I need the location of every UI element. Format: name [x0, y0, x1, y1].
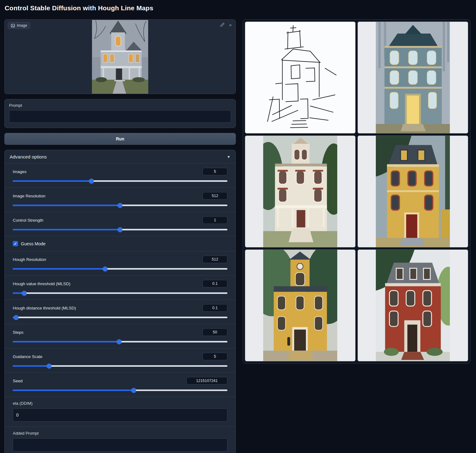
results-gallery	[243, 19, 470, 364]
slider-row-steps: Steps	[5, 324, 236, 348]
slider-label-steps: Steps	[13, 330, 24, 335]
slider-value-hough-value-threshold[interactable]	[203, 280, 227, 287]
slider-thumb[interactable]	[89, 179, 94, 183]
check-icon: ✓	[14, 242, 17, 246]
gallery-image-gold-victorian	[263, 250, 338, 361]
slider-track-images[interactable]	[13, 180, 227, 182]
eta-label: eta (DDIM)	[13, 401, 227, 406]
gallery-image-red-brick-victorian	[376, 250, 450, 361]
guess-mode-checkbox[interactable]: ✓	[13, 241, 18, 246]
eta-input[interactable]	[13, 408, 227, 422]
slider-label-hough-distance-threshold: Hough distance threshold (MLSD)	[13, 306, 76, 310]
slider-thumb[interactable]	[14, 315, 19, 320]
slider-label-control-strength: Control Strength	[13, 218, 43, 223]
guess-mode-label: Guess Mode	[21, 241, 45, 246]
gallery-item-yellow-victorian[interactable]	[357, 135, 468, 248]
added-prompt-label: Added Prompt	[13, 431, 227, 436]
slider-track-steps[interactable]	[13, 341, 227, 342]
slider-value-guidance-scale[interactable]	[203, 353, 227, 360]
slider-track-control-strength[interactable]	[13, 229, 227, 230]
slider-label-images: Images	[13, 169, 26, 174]
slider-value-hough-resolution[interactable]	[203, 256, 227, 263]
controls-column: Image ×	[4, 19, 236, 453]
slider-value-image-resolution[interactable]	[203, 192, 227, 200]
slider-row-seed: Seed	[5, 372, 236, 397]
input-house-photo[interactable]	[92, 20, 148, 94]
slider-track-hough-resolution[interactable]	[13, 268, 227, 270]
slider-track-guidance-scale[interactable]	[13, 365, 227, 367]
slider-thumb[interactable]	[118, 227, 123, 232]
slider-value-images[interactable]	[203, 168, 227, 175]
gallery-item-teal-victorian[interactable]	[357, 21, 468, 134]
input-image-block: Image ×	[4, 19, 236, 94]
slider-label-seed: Seed	[13, 379, 23, 383]
gallery-item-gold-victorian[interactable]	[245, 249, 356, 361]
image-actions: ×	[220, 22, 232, 27]
slider-track-image-resolution[interactable]	[13, 205, 227, 206]
chevron-down-icon: ▼	[227, 155, 231, 159]
prompt-block: Prompt	[4, 99, 236, 128]
prompt-input[interactable]	[9, 110, 231, 123]
image-label-chip: Image	[8, 22, 30, 29]
slider-track-seed[interactable]	[13, 389, 227, 391]
slider-thumb[interactable]	[103, 267, 107, 271]
slider-label-guidance-scale: Guidance Scale	[13, 354, 42, 359]
slider-row-image-resolution: Image Resolution	[5, 187, 236, 212]
slider-value-hough-distance-threshold[interactable]	[203, 304, 227, 312]
slider-row-images: Images	[5, 163, 236, 187]
slider-thumb[interactable]	[132, 388, 136, 393]
slider-label-hough-resolution: Hough Resolution	[13, 257, 46, 262]
slider-value-seed[interactable]	[186, 377, 227, 385]
prompt-label: Prompt	[9, 103, 231, 108]
gallery-image-yellow-victorian	[376, 136, 450, 247]
gallery-image-hough-line-map	[263, 22, 338, 133]
gallery-item-white-victorian[interactable]	[245, 135, 356, 248]
image-label: Image	[17, 23, 27, 28]
slider-thumb[interactable]	[117, 339, 122, 344]
guess-mode-row: ✓ Guess Mode	[5, 236, 236, 251]
slider-track-hough-distance-threshold[interactable]	[13, 317, 227, 318]
slider-thumb[interactable]	[118, 203, 123, 208]
edit-icon[interactable]	[220, 22, 225, 27]
slider-row-hough-resolution: Hough Resolution	[5, 251, 236, 275]
slider-row-control-strength: Control Strength	[5, 212, 236, 236]
gallery-item-hough-line-map[interactable]	[245, 21, 356, 134]
slider-label-hough-value-threshold: Hough value threshold (MLSD)	[13, 281, 70, 286]
run-button[interactable]: Run	[4, 133, 236, 145]
slider-row-hough-distance-threshold: Hough distance threshold (MLSD)	[5, 300, 236, 324]
added-prompt-input[interactable]	[13, 438, 227, 451]
slider-value-control-strength[interactable]	[203, 216, 227, 224]
added-prompt-row: Added Prompt	[5, 427, 236, 453]
gallery-image-teal-victorian	[376, 22, 450, 133]
slider-label-image-resolution: Image Resolution	[13, 194, 45, 198]
slider-thumb[interactable]	[47, 364, 52, 368]
slider-thumb[interactable]	[22, 291, 26, 295]
slider-value-steps[interactable]	[203, 328, 227, 336]
eta-row: eta (DDIM)	[5, 397, 236, 427]
gallery-item-red-brick-victorian[interactable]	[357, 249, 468, 361]
image-icon	[11, 24, 15, 28]
slider-row-guidance-scale: Guidance Scale	[5, 348, 236, 372]
page-title: Control Stable Diffusion with Hough Line…	[5, 4, 153, 12]
gallery-image-white-victorian	[263, 136, 338, 247]
slider-track-hough-value-threshold[interactable]	[13, 292, 227, 294]
slider-row-hough-value-threshold: Hough value threshold (MLSD)	[5, 275, 236, 300]
advanced-options-header[interactable]: Advanced options ▼	[5, 150, 236, 163]
close-icon[interactable]: ×	[229, 23, 232, 27]
advanced-options-panel: Advanced options ▼ Images Image Resoluti…	[4, 150, 236, 453]
advanced-options-title: Advanced options	[10, 154, 47, 159]
